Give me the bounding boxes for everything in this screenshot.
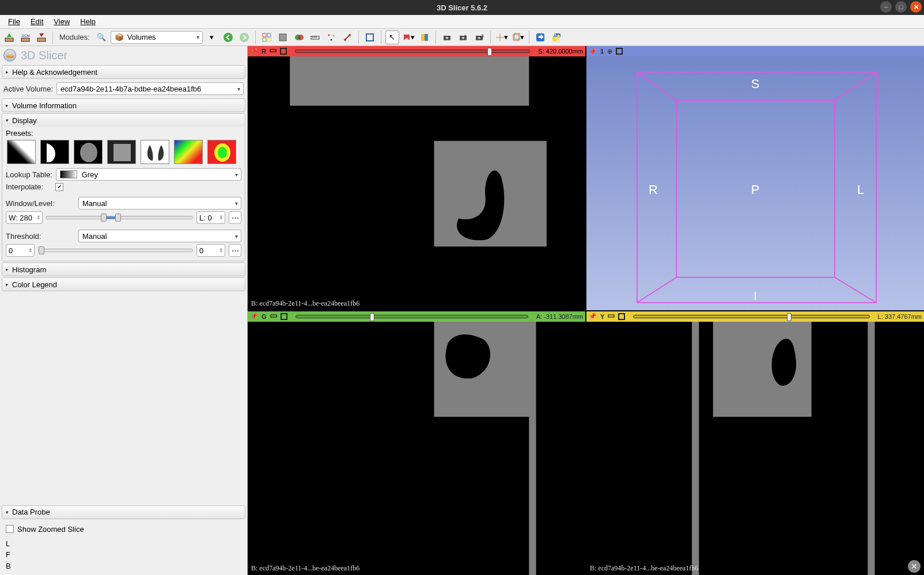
fiducial-place-icon[interactable]: ▾ — [402, 31, 415, 44]
slice-view-green[interactable]: 📌 G A: -311.3087mm B: ecd7a94b-2e11-4...… — [248, 311, 585, 576]
extension-manager-icon[interactable] — [533, 31, 547, 44]
models-visibility-icon[interactable] — [292, 31, 306, 44]
active-volume-selector[interactable]: ecd7a94b-2e11-4b7a-bdbe-ea24beea1fb6 — [56, 82, 244, 95]
pin-icon[interactable]: 📌 — [250, 313, 258, 320]
maximize-view-icon[interactable] — [618, 313, 625, 320]
link-icon[interactable] — [270, 313, 277, 321]
window-level-menu-icon[interactable]: ⋯ — [229, 211, 241, 224]
link-icon[interactable] — [270, 47, 277, 55]
nav-forward-icon[interactable] — [237, 31, 251, 44]
section-color-legend[interactable]: ▸Color Legend — [2, 278, 245, 291]
slice-intersection-icon[interactable]: ▾ — [511, 31, 525, 44]
red-slice-slider[interactable] — [295, 49, 530, 53]
svg-rect-56 — [529, 322, 536, 576]
dataprobe-f: F — [6, 549, 241, 561]
lookup-table-selector[interactable]: Grey — [56, 168, 241, 181]
section-histogram[interactable]: ▸Histogram — [2, 263, 245, 276]
layout-conventional-icon[interactable] — [260, 31, 274, 44]
window-level-icon[interactable] — [418, 31, 431, 44]
notification-close-icon[interactable]: ✕ — [908, 560, 921, 573]
crosshair-icon[interactable]: ▾ — [495, 31, 509, 44]
menu-help[interactable]: Help — [75, 16, 100, 27]
module-history-icon[interactable]: ▾ — [205, 31, 219, 44]
preset-ct-lung[interactable] — [141, 140, 169, 164]
threshold-mode[interactable]: Manual — [78, 230, 241, 242]
svg-rect-40 — [113, 144, 131, 161]
maximize-view-icon[interactable] — [616, 48, 623, 55]
active-volume-label: Active Volume: — [3, 85, 53, 93]
nav-back-icon[interactable] — [221, 31, 235, 44]
menu-file[interactable]: File — [3, 16, 25, 27]
threshold-high-input[interactable]: 0 — [196, 244, 225, 257]
restore-scene-icon[interactable] — [472, 31, 486, 44]
svg-point-19 — [330, 39, 332, 40]
svg-rect-45 — [290, 56, 529, 106]
yellow-overlay-label: B: ecd7a94b-2e11-4...be-ea24beea1fb6 — [590, 564, 698, 573]
toolbar: DCM Modules: 🔍 📦 Volumes ▾ ↖ ▾ + ▾ ▾ — [0, 29, 924, 46]
load-data-icon[interactable] — [2, 31, 16, 44]
pin-icon[interactable]: 📌 — [250, 48, 258, 55]
yellow-slice-slider[interactable] — [633, 315, 869, 318]
maximize-view-icon[interactable] — [281, 313, 287, 320]
svg-line-49 — [637, 72, 676, 100]
window-width-input[interactable]: W: 280 — [6, 211, 43, 224]
window-level-input[interactable]: L: 0 — [196, 211, 225, 224]
slice-green-header: 📌 G A: -311.3087mm — [248, 311, 585, 322]
preset-pet[interactable] — [174, 140, 203, 164]
separator — [436, 31, 436, 44]
preset-ct-brain[interactable] — [74, 140, 103, 164]
menu-edit[interactable]: Edit — [26, 16, 48, 27]
threshold-menu-icon[interactable]: ⋯ — [229, 244, 241, 257]
preset-dti[interactable] — [207, 140, 236, 164]
markups-toolbar-icon[interactable] — [324, 31, 338, 44]
toggle-markups-icon[interactable] — [340, 31, 354, 44]
preset-ct-bone[interactable] — [7, 140, 36, 164]
menu-view[interactable]: View — [49, 16, 74, 27]
scene-view-icon[interactable]: + — [456, 31, 470, 44]
threshold-low-input[interactable]: 0 — [6, 244, 35, 257]
capture-icon[interactable] — [440, 31, 454, 44]
save-icon[interactable] — [35, 31, 48, 44]
window-level-slider[interactable] — [46, 216, 193, 219]
section-display[interactable]: ▾Display — [2, 114, 245, 127]
3d-view[interactable]: 📌 1 ⊕ S R L P I — [586, 46, 924, 310]
window-level-mode[interactable]: Manual — [78, 197, 241, 210]
orient-r: R — [649, 182, 658, 197]
svg-rect-53 — [271, 315, 277, 317]
close-button[interactable]: ✕ — [910, 1, 922, 13]
pin-icon[interactable]: 📌 — [589, 313, 597, 320]
svg-point-17 — [328, 34, 330, 36]
svg-rect-43 — [270, 49, 276, 52]
volume-rendering-icon[interactable] — [276, 31, 290, 44]
slice-view-red[interactable]: 📌 R S: 420.0000mm B: ecd7a94b-2e11-4...b… — [248, 46, 585, 310]
minimize-button[interactable]: − — [880, 1, 892, 13]
window-titlebar: 3D Slicer 5.6.2 − □ ✕ — [0, 0, 924, 15]
maximize-view-icon[interactable] — [280, 48, 287, 55]
section-help[interactable]: ▸Help & Acknowledgement — [2, 66, 245, 78]
interpolate-checkbox[interactable]: ✔ — [55, 183, 63, 191]
show-zoomed-checkbox[interactable] — [6, 525, 14, 533]
python-console-icon[interactable] — [550, 31, 563, 44]
center-icon[interactable]: ⊕ — [607, 48, 612, 55]
green-slice-info: A: -311.3087mm — [536, 313, 583, 320]
slice-view-yellow[interactable]: 📌 Y L: 337.4767mm B: ecd7a94b-2e11-4...b… — [586, 311, 924, 576]
window-controls: − □ ✕ — [880, 1, 922, 13]
presets-label: Presets: — [6, 129, 241, 138]
section-data-probe[interactable]: ▾Data Probe — [2, 506, 245, 519]
preset-ct-abdomen[interactable] — [107, 140, 136, 164]
load-dicom-icon[interactable]: DCM — [18, 31, 32, 44]
section-volume-info[interactable]: ▸Volume Information — [2, 99, 245, 112]
module-selector[interactable]: 📦 Volumes — [111, 31, 203, 44]
green-slice-slider[interactable] — [296, 315, 528, 318]
maximize-button[interactable]: □ — [895, 1, 907, 13]
pin-icon[interactable]: 📌 — [589, 48, 597, 55]
3d-view-number: 1 — [600, 48, 604, 55]
mouse-mode-cursor-icon[interactable]: ↖ — [385, 31, 399, 44]
ruler-icon[interactable] — [308, 31, 322, 44]
threshold-slider[interactable] — [38, 249, 193, 252]
module-search-icon[interactable]: 🔍 — [94, 31, 108, 44]
svg-rect-6 — [263, 33, 266, 37]
screenshot-tool-icon[interactable] — [363, 31, 377, 44]
link-icon[interactable] — [608, 313, 615, 321]
preset-ct-air[interactable] — [40, 140, 69, 164]
